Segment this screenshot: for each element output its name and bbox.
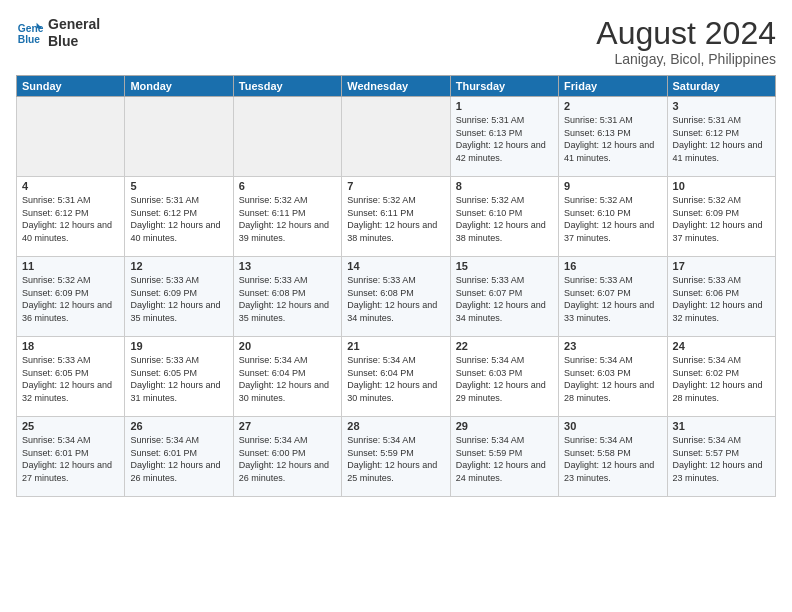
day-content: Sunrise: 5:33 AM Sunset: 6:08 PM Dayligh…: [239, 274, 336, 324]
calendar-cell: 14Sunrise: 5:33 AM Sunset: 6:08 PM Dayli…: [342, 257, 450, 337]
day-content: Sunrise: 5:33 AM Sunset: 6:07 PM Dayligh…: [564, 274, 661, 324]
day-number: 25: [22, 420, 119, 432]
calendar-cell: 15Sunrise: 5:33 AM Sunset: 6:07 PM Dayli…: [450, 257, 558, 337]
day-content: Sunrise: 5:34 AM Sunset: 5:58 PM Dayligh…: [564, 434, 661, 484]
day-content: Sunrise: 5:34 AM Sunset: 6:03 PM Dayligh…: [456, 354, 553, 404]
calendar-cell: [17, 97, 125, 177]
day-content: Sunrise: 5:33 AM Sunset: 6:05 PM Dayligh…: [130, 354, 227, 404]
day-content: Sunrise: 5:33 AM Sunset: 6:07 PM Dayligh…: [456, 274, 553, 324]
day-number: 15: [456, 260, 553, 272]
calendar-page: General Blue General Blue August 2024 La…: [0, 0, 792, 612]
week-row-1: 1Sunrise: 5:31 AM Sunset: 6:13 PM Daylig…: [17, 97, 776, 177]
svg-text:General: General: [18, 23, 44, 34]
calendar-title: August 2024: [596, 16, 776, 51]
day-content: Sunrise: 5:32 AM Sunset: 6:09 PM Dayligh…: [673, 194, 770, 244]
day-header-tuesday: Tuesday: [233, 76, 341, 97]
day-number: 2: [564, 100, 661, 112]
logo-line2: Blue: [48, 33, 100, 50]
week-row-4: 18Sunrise: 5:33 AM Sunset: 6:05 PM Dayli…: [17, 337, 776, 417]
calendar-cell: [125, 97, 233, 177]
day-content: Sunrise: 5:34 AM Sunset: 6:01 PM Dayligh…: [130, 434, 227, 484]
header-row: SundayMondayTuesdayWednesdayThursdayFrid…: [17, 76, 776, 97]
day-content: Sunrise: 5:34 AM Sunset: 5:57 PM Dayligh…: [673, 434, 770, 484]
day-number: 17: [673, 260, 770, 272]
day-number: 26: [130, 420, 227, 432]
day-number: 9: [564, 180, 661, 192]
day-number: 30: [564, 420, 661, 432]
day-number: 6: [239, 180, 336, 192]
calendar-cell: 13Sunrise: 5:33 AM Sunset: 6:08 PM Dayli…: [233, 257, 341, 337]
day-header-thursday: Thursday: [450, 76, 558, 97]
day-content: Sunrise: 5:33 AM Sunset: 6:08 PM Dayligh…: [347, 274, 444, 324]
calendar-cell: 2Sunrise: 5:31 AM Sunset: 6:13 PM Daylig…: [559, 97, 667, 177]
day-header-wednesday: Wednesday: [342, 76, 450, 97]
week-row-3: 11Sunrise: 5:32 AM Sunset: 6:09 PM Dayli…: [17, 257, 776, 337]
day-content: Sunrise: 5:34 AM Sunset: 6:01 PM Dayligh…: [22, 434, 119, 484]
day-number: 23: [564, 340, 661, 352]
day-content: Sunrise: 5:34 AM Sunset: 6:03 PM Dayligh…: [564, 354, 661, 404]
calendar-cell: [342, 97, 450, 177]
day-number: 11: [22, 260, 119, 272]
calendar-cell: 30Sunrise: 5:34 AM Sunset: 5:58 PM Dayli…: [559, 417, 667, 497]
week-row-5: 25Sunrise: 5:34 AM Sunset: 6:01 PM Dayli…: [17, 417, 776, 497]
calendar-cell: 23Sunrise: 5:34 AM Sunset: 6:03 PM Dayli…: [559, 337, 667, 417]
calendar-cell: 3Sunrise: 5:31 AM Sunset: 6:12 PM Daylig…: [667, 97, 775, 177]
day-number: 14: [347, 260, 444, 272]
day-content: Sunrise: 5:33 AM Sunset: 6:09 PM Dayligh…: [130, 274, 227, 324]
day-number: 7: [347, 180, 444, 192]
day-header-friday: Friday: [559, 76, 667, 97]
day-content: Sunrise: 5:31 AM Sunset: 6:13 PM Dayligh…: [564, 114, 661, 164]
day-content: Sunrise: 5:34 AM Sunset: 6:04 PM Dayligh…: [239, 354, 336, 404]
calendar-cell: 16Sunrise: 5:33 AM Sunset: 6:07 PM Dayli…: [559, 257, 667, 337]
day-number: 27: [239, 420, 336, 432]
calendar-cell: 24Sunrise: 5:34 AM Sunset: 6:02 PM Dayli…: [667, 337, 775, 417]
day-content: Sunrise: 5:31 AM Sunset: 6:13 PM Dayligh…: [456, 114, 553, 164]
calendar-cell: 6Sunrise: 5:32 AM Sunset: 6:11 PM Daylig…: [233, 177, 341, 257]
title-block: August 2024 Lanigay, Bicol, Philippines: [596, 16, 776, 67]
day-number: 21: [347, 340, 444, 352]
calendar-cell: 27Sunrise: 5:34 AM Sunset: 6:00 PM Dayli…: [233, 417, 341, 497]
day-number: 29: [456, 420, 553, 432]
day-number: 12: [130, 260, 227, 272]
day-content: Sunrise: 5:34 AM Sunset: 6:02 PM Dayligh…: [673, 354, 770, 404]
day-content: Sunrise: 5:33 AM Sunset: 6:05 PM Dayligh…: [22, 354, 119, 404]
calendar-cell: 12Sunrise: 5:33 AM Sunset: 6:09 PM Dayli…: [125, 257, 233, 337]
day-content: Sunrise: 5:32 AM Sunset: 6:11 PM Dayligh…: [347, 194, 444, 244]
day-number: 22: [456, 340, 553, 352]
day-content: Sunrise: 5:31 AM Sunset: 6:12 PM Dayligh…: [673, 114, 770, 164]
calendar-cell: 4Sunrise: 5:31 AM Sunset: 6:12 PM Daylig…: [17, 177, 125, 257]
calendar-cell: 19Sunrise: 5:33 AM Sunset: 6:05 PM Dayli…: [125, 337, 233, 417]
calendar-cell: 22Sunrise: 5:34 AM Sunset: 6:03 PM Dayli…: [450, 337, 558, 417]
day-number: 20: [239, 340, 336, 352]
calendar-subtitle: Lanigay, Bicol, Philippines: [596, 51, 776, 67]
day-content: Sunrise: 5:32 AM Sunset: 6:10 PM Dayligh…: [456, 194, 553, 244]
calendar-cell: 28Sunrise: 5:34 AM Sunset: 5:59 PM Dayli…: [342, 417, 450, 497]
day-number: 24: [673, 340, 770, 352]
day-content: Sunrise: 5:34 AM Sunset: 5:59 PM Dayligh…: [347, 434, 444, 484]
calendar-cell: 9Sunrise: 5:32 AM Sunset: 6:10 PM Daylig…: [559, 177, 667, 257]
day-number: 31: [673, 420, 770, 432]
day-content: Sunrise: 5:31 AM Sunset: 6:12 PM Dayligh…: [22, 194, 119, 244]
day-header-sunday: Sunday: [17, 76, 125, 97]
calendar-cell: 29Sunrise: 5:34 AM Sunset: 5:59 PM Dayli…: [450, 417, 558, 497]
day-content: Sunrise: 5:33 AM Sunset: 6:06 PM Dayligh…: [673, 274, 770, 324]
day-number: 5: [130, 180, 227, 192]
calendar-cell: 25Sunrise: 5:34 AM Sunset: 6:01 PM Dayli…: [17, 417, 125, 497]
calendar-cell: 17Sunrise: 5:33 AM Sunset: 6:06 PM Dayli…: [667, 257, 775, 337]
day-number: 8: [456, 180, 553, 192]
day-content: Sunrise: 5:32 AM Sunset: 6:11 PM Dayligh…: [239, 194, 336, 244]
calendar-cell: 1Sunrise: 5:31 AM Sunset: 6:13 PM Daylig…: [450, 97, 558, 177]
day-number: 16: [564, 260, 661, 272]
week-row-2: 4Sunrise: 5:31 AM Sunset: 6:12 PM Daylig…: [17, 177, 776, 257]
calendar-cell: 18Sunrise: 5:33 AM Sunset: 6:05 PM Dayli…: [17, 337, 125, 417]
calendar-cell: 5Sunrise: 5:31 AM Sunset: 6:12 PM Daylig…: [125, 177, 233, 257]
day-content: Sunrise: 5:31 AM Sunset: 6:12 PM Dayligh…: [130, 194, 227, 244]
calendar-cell: 7Sunrise: 5:32 AM Sunset: 6:11 PM Daylig…: [342, 177, 450, 257]
day-number: 10: [673, 180, 770, 192]
calendar-cell: 10Sunrise: 5:32 AM Sunset: 6:09 PM Dayli…: [667, 177, 775, 257]
calendar-cell: 8Sunrise: 5:32 AM Sunset: 6:10 PM Daylig…: [450, 177, 558, 257]
calendar-cell: [233, 97, 341, 177]
day-number: 3: [673, 100, 770, 112]
day-content: Sunrise: 5:34 AM Sunset: 6:04 PM Dayligh…: [347, 354, 444, 404]
day-content: Sunrise: 5:34 AM Sunset: 5:59 PM Dayligh…: [456, 434, 553, 484]
